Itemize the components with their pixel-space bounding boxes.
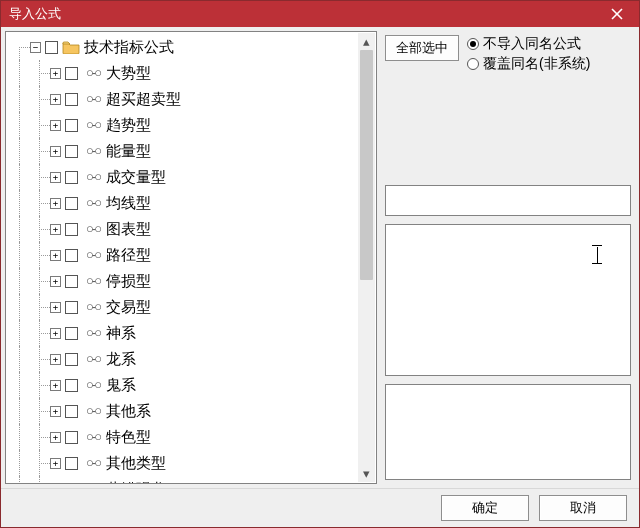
radio-label: 不导入同名公式: [483, 35, 581, 53]
link-icon: ○-○: [82, 144, 104, 158]
checkbox[interactable]: [65, 353, 78, 366]
link-icon: ○-○: [82, 456, 104, 470]
description-panel[interactable]: [385, 224, 631, 376]
expander-icon[interactable]: +: [50, 380, 61, 391]
import-formula-dialog: 导入公式 −技术指标公式+○-○大势型+○-○超买超卖型+○-○趋势型+○-○能…: [0, 0, 640, 528]
checkbox[interactable]: [65, 249, 78, 262]
scroll-thumb[interactable]: [360, 50, 373, 280]
tree-node-label: 路径型: [106, 242, 151, 268]
tree-node[interactable]: +○-○其他系: [10, 398, 376, 424]
expander-icon[interactable]: +: [50, 302, 61, 313]
close-button[interactable]: [595, 1, 639, 27]
tree-node[interactable]: +○-○鬼系: [10, 372, 376, 398]
expander-icon[interactable]: +: [50, 68, 61, 79]
main-area: −技术指标公式+○-○大势型+○-○超买超卖型+○-○趋势型+○-○能量型+○-…: [1, 27, 639, 488]
tree-node[interactable]: +○-○其他类型: [10, 450, 376, 476]
tree-node[interactable]: +○-○路径型: [10, 242, 376, 268]
scroll-down-icon[interactable]: ▾: [358, 465, 375, 482]
tree-node-label: 超买超卖型: [106, 86, 181, 112]
tree-node[interactable]: +○-○能量型: [10, 138, 376, 164]
tree-node-label: 其他系: [106, 398, 151, 424]
tree-node[interactable]: +○-○趋势型: [10, 112, 376, 138]
expander-icon[interactable]: +: [50, 432, 61, 443]
expander-icon[interactable]: +: [50, 146, 61, 157]
tree-node[interactable]: +○-○交易型: [10, 294, 376, 320]
dialog-body: −技术指标公式+○-○大势型+○-○超买超卖型+○-○趋势型+○-○能量型+○-…: [1, 27, 639, 527]
ok-button[interactable]: 确定: [441, 495, 529, 521]
checkbox[interactable]: [65, 457, 78, 470]
radio-label: 覆盖同名(非系统): [483, 55, 590, 73]
checkbox[interactable]: [65, 301, 78, 314]
link-icon: ○-○: [82, 352, 104, 366]
link-icon: ○-○: [82, 430, 104, 444]
expander-icon[interactable]: −: [30, 42, 41, 53]
expander-icon[interactable]: +: [50, 328, 61, 339]
tree-node-label: 特色型: [106, 424, 151, 450]
checkbox[interactable]: [65, 405, 78, 418]
checkbox[interactable]: [65, 197, 78, 210]
tree-node-label: 均线型: [106, 190, 151, 216]
radio-skip-same-name[interactable]: 不导入同名公式: [467, 35, 590, 53]
expander-icon[interactable]: +: [50, 224, 61, 235]
tree-root[interactable]: −技术指标公式: [10, 34, 376, 60]
formula-tree[interactable]: −技术指标公式+○-○大势型+○-○超买超卖型+○-○趋势型+○-○能量型+○-…: [6, 32, 376, 483]
tree-node[interactable]: +○-○均线型: [10, 190, 376, 216]
tree-node[interactable]: +○-○图表型: [10, 216, 376, 242]
expander-icon[interactable]: +: [50, 198, 61, 209]
options-row: 全部选中 不导入同名公式 覆盖同名(非系统): [381, 31, 635, 73]
checkbox[interactable]: [65, 119, 78, 132]
link-icon: ○-○: [82, 248, 104, 262]
tree-scrollbar[interactable]: ▴ ▾: [358, 33, 375, 482]
scroll-up-icon[interactable]: ▴: [358, 33, 375, 50]
checkbox[interactable]: [45, 41, 58, 54]
tree-node[interactable]: +○-○神系: [10, 320, 376, 346]
folder-icon: [62, 40, 80, 54]
tree-node[interactable]: +○-○蓄罐强龙: [10, 476, 376, 483]
tree-node[interactable]: +○-○龙系: [10, 346, 376, 372]
text-cursor-icon: [592, 245, 602, 265]
tree-node-label: 技术指标公式: [84, 34, 174, 60]
tree-node-label: 图表型: [106, 216, 151, 242]
checkbox[interactable]: [65, 327, 78, 340]
scroll-track[interactable]: [358, 50, 375, 465]
expander-icon[interactable]: +: [50, 120, 61, 131]
checkbox[interactable]: [65, 93, 78, 106]
link-icon: ○-○: [82, 222, 104, 236]
expander-icon[interactable]: +: [50, 354, 61, 365]
tree-node-label: 交易型: [106, 294, 151, 320]
tree-node-label: 其他类型: [106, 450, 166, 476]
checkbox[interactable]: [65, 275, 78, 288]
checkbox[interactable]: [65, 67, 78, 80]
tree-node-label: 龙系: [106, 346, 136, 372]
link-icon: ○-○: [82, 274, 104, 288]
cancel-button[interactable]: 取消: [539, 495, 627, 521]
expander-icon[interactable]: +: [50, 172, 61, 183]
expander-icon[interactable]: +: [50, 250, 61, 261]
formula-tree-panel: −技术指标公式+○-○大势型+○-○超买超卖型+○-○趋势型+○-○能量型+○-…: [5, 31, 377, 484]
radio-overwrite-nonsys[interactable]: 覆盖同名(非系统): [467, 55, 590, 73]
dialog-buttons: 确定 取消: [1, 488, 639, 527]
checkbox[interactable]: [65, 483, 78, 484]
tree-node[interactable]: +○-○停损型: [10, 268, 376, 294]
link-icon: ○-○: [82, 66, 104, 80]
tree-node[interactable]: +○-○超买超卖型: [10, 86, 376, 112]
tree-node[interactable]: +○-○成交量型: [10, 164, 376, 190]
checkbox[interactable]: [65, 145, 78, 158]
expander-icon[interactable]: +: [50, 94, 61, 105]
close-icon: [611, 8, 623, 20]
expander-icon[interactable]: +: [50, 458, 61, 469]
checkbox[interactable]: [65, 171, 78, 184]
link-icon: ○-○: [82, 196, 104, 210]
titlebar: 导入公式: [1, 1, 639, 27]
tree-node-label: 能量型: [106, 138, 151, 164]
tree-node[interactable]: +○-○大势型: [10, 60, 376, 86]
checkbox[interactable]: [65, 379, 78, 392]
expander-icon[interactable]: +: [50, 276, 61, 287]
checkbox[interactable]: [65, 223, 78, 236]
preview-panel: [385, 384, 631, 480]
tree-node-label: 趋势型: [106, 112, 151, 138]
select-all-button[interactable]: 全部选中: [385, 35, 459, 61]
expander-icon[interactable]: +: [50, 406, 61, 417]
tree-node[interactable]: +○-○特色型: [10, 424, 376, 450]
checkbox[interactable]: [65, 431, 78, 444]
